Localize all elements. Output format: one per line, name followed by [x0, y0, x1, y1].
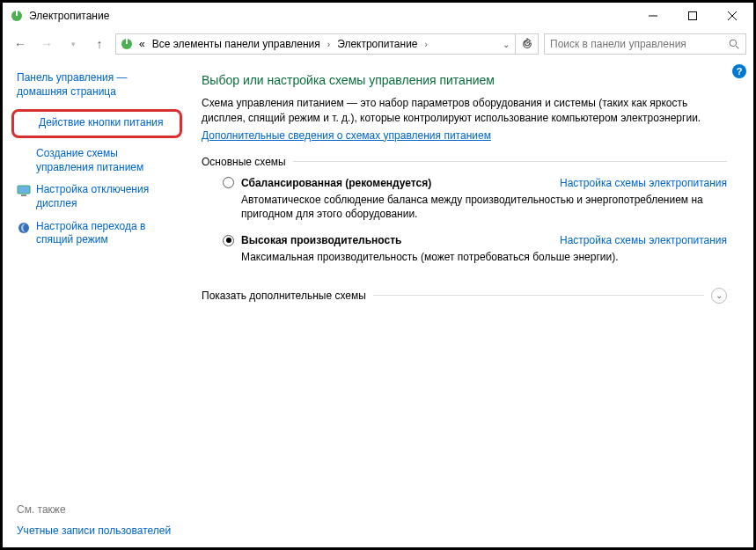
close-button[interactable]: [712, 4, 752, 28]
search-input[interactable]: Поиск в панели управления: [544, 33, 746, 55]
address-bar[interactable]: « Все элементы панели управления › Элект…: [115, 33, 516, 55]
plan-name: Высокая производительность: [241, 234, 401, 246]
sidebar-item-sleep[interactable]: Настройка перехода в спящий режим: [17, 220, 177, 247]
up-button[interactable]: ↑: [89, 33, 110, 55]
plan-description: Автоматическое соблюдение баланса между …: [241, 193, 727, 223]
chevron-right-icon[interactable]: ›: [326, 40, 332, 49]
svg-rect-7: [126, 39, 128, 44]
forward-button[interactable]: →: [36, 33, 57, 55]
svg-rect-10: [18, 186, 30, 194]
svg-rect-11: [21, 194, 26, 196]
breadcrumb-prefix: «: [137, 38, 147, 50]
more-info-link[interactable]: Дополнительные сведения о схемах управле…: [202, 129, 491, 142]
main-panel: Выбор или настройка схемы управления пит…: [187, 59, 753, 547]
titlebar: Электропитание: [3, 3, 753, 29]
page-description: Схема управления питанием — это набор па…: [202, 96, 727, 126]
search-icon: [729, 39, 740, 50]
minimize-button[interactable]: [633, 4, 672, 28]
expand-additional-plans[interactable]: Показать дополнительные схемы ⌄: [202, 288, 727, 304]
sidebar-item-power-button-action[interactable]: Действие кнопки питания: [11, 109, 182, 138]
svg-rect-1: [16, 11, 18, 16]
see-also-label: См. также: [17, 503, 177, 516]
moon-icon: [17, 221, 31, 235]
chevron-right-icon[interactable]: ›: [423, 40, 429, 49]
sidebar-item-display-off[interactable]: Настройка отключения дисплея: [17, 183, 177, 210]
plan-description: Максимальная производительность (может п…: [241, 250, 727, 265]
blank-icon: [19, 117, 33, 131]
plan-settings-link[interactable]: Настройка схемы электропитания: [560, 234, 727, 246]
radio-balanced[interactable]: [223, 177, 234, 188]
plan-balanced: Сбалансированная (рекомендуется) Настрой…: [202, 177, 727, 235]
chevron-down-icon[interactable]: ⌄: [501, 40, 511, 49]
blank-icon: [17, 148, 31, 162]
page-heading: Выбор или настройка схемы управления пит…: [202, 73, 727, 87]
refresh-button[interactable]: [516, 33, 539, 55]
monitor-icon: [17, 184, 31, 198]
see-also-user-accounts[interactable]: Учетные записи пользователей: [17, 524, 177, 537]
control-panel-home-link[interactable]: Панель управления — домашняя страница: [17, 71, 177, 99]
sidebar: Панель управления — домашняя страница Де…: [3, 59, 187, 547]
breadcrumb-seg-2[interactable]: Электропитание: [335, 38, 419, 50]
plan-high-performance: Высокая производительность Настройка схе…: [202, 234, 727, 277]
search-placeholder: Поиск в панели управления: [550, 38, 686, 50]
svg-point-8: [730, 40, 736, 46]
recent-dropdown[interactable]: ▾: [62, 33, 84, 55]
svg-rect-3: [688, 12, 696, 20]
breadcrumb-seg-1[interactable]: Все элементы панели управления: [150, 38, 322, 50]
chevron-down-icon[interactable]: ⌄: [711, 288, 727, 304]
radio-high-performance[interactable]: [223, 235, 234, 246]
window-title: Электропитание: [29, 10, 109, 22]
power-icon: [120, 37, 134, 51]
svg-line-9: [736, 46, 738, 48]
app-icon: [10, 9, 24, 23]
plan-settings-link[interactable]: Настройка схемы электропитания: [560, 177, 727, 189]
sidebar-item-create-plan[interactable]: Создание схемы управления питанием: [17, 147, 177, 174]
navbar: ← → ▾ ↑ « Все элементы панели управления…: [3, 29, 753, 59]
section-header: Основные схемы: [202, 156, 727, 168]
maximize-button[interactable]: [672, 4, 712, 28]
back-button[interactable]: ←: [10, 33, 31, 55]
plan-name: Сбалансированная (рекомендуется): [241, 177, 431, 189]
